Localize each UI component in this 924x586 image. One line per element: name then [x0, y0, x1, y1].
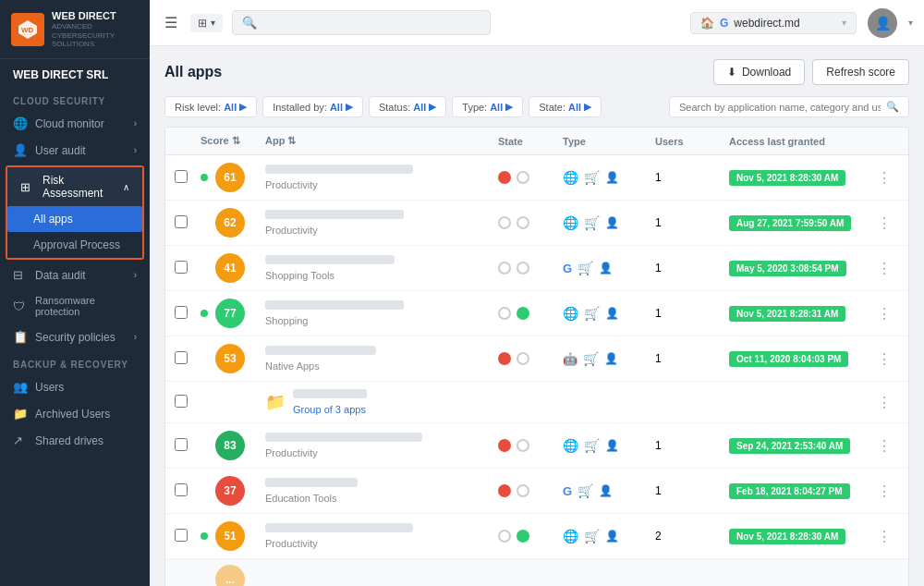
app-category: Native Apps	[265, 360, 498, 372]
row-checkbox[interactable]	[175, 306, 188, 319]
user-icon: 👤	[604, 352, 618, 365]
state-label: State:	[539, 102, 565, 113]
access-badge: Nov 5, 2021 8:28:30 AM	[729, 170, 845, 186]
sidebar-item-data-audit[interactable]: ⊟ Data audit ›	[0, 262, 150, 288]
more-options-icon[interactable]: ⋮	[877, 394, 899, 411]
cart-icon: 🛒	[584, 306, 600, 321]
shared-drives-icon: ↗	[13, 433, 28, 447]
view-toggle[interactable]: ⊞ ▾	[190, 14, 223, 32]
all-apps-label: All apps	[33, 213, 73, 226]
state-col	[498, 484, 563, 497]
sidebar-item-user-audit[interactable]: 👤 User audit ›	[0, 137, 150, 164]
hamburger-icon[interactable]: ☰	[161, 10, 181, 35]
globe-icon: 🌐	[563, 215, 578, 230]
apps-search-input[interactable]	[679, 102, 881, 113]
status-dot-red	[498, 352, 511, 365]
app-category: Productivity	[265, 538, 498, 549]
table-row: 62 Productivity 🌐 🛒 👤 1 Aug 27, 2021 7:5…	[165, 201, 908, 246]
type-value: All	[490, 102, 503, 113]
topbar-search[interactable]: 🔍	[232, 10, 491, 35]
state-col	[498, 171, 563, 184]
url-bar[interactable]: 🏠 G webdirect.md ▾	[690, 12, 857, 34]
status-filter[interactable]: Status: All ▶	[369, 96, 446, 117]
apps-search[interactable]: 🔍	[669, 96, 909, 117]
security-policies-label: Security policies	[35, 331, 116, 344]
score-col: 51	[201, 521, 265, 551]
page-body: All apps ⬇ Download Refresh score Risk l…	[150, 46, 924, 586]
download-button[interactable]: ⬇ Download	[713, 59, 805, 85]
cart-icon: 🛒	[584, 529, 600, 543]
score-col: 77	[201, 299, 265, 328]
row-checkbox[interactable]	[175, 351, 188, 364]
user-icon: 👤	[599, 484, 613, 497]
section-cloud-security: CLOUD SECURITY	[0, 87, 150, 110]
more-options-icon[interactable]: ⋮	[877, 169, 899, 187]
cart-icon: 🛒	[584, 438, 600, 453]
table-header: Score ⇅ App ⇅ State Type Users Access la…	[165, 128, 908, 155]
search-input[interactable]	[262, 17, 480, 30]
more-options-icon[interactable]: ⋮	[877, 437, 899, 455]
state-col	[498, 216, 563, 229]
row-checkbox[interactable]	[175, 215, 188, 228]
risk-level-filter[interactable]: Risk level: All ▶	[164, 96, 257, 117]
users-label: Users	[35, 381, 64, 394]
user-icon: 👤	[605, 530, 619, 543]
app-category: Productivity	[265, 225, 498, 236]
risk-assessment-icon: ⊞	[20, 180, 35, 194]
score-dot	[201, 174, 208, 181]
more-options-icon[interactable]: ⋮	[877, 482, 899, 500]
more-options-icon[interactable]: ⋮	[877, 528, 899, 545]
avatar[interactable]: 👤	[868, 8, 897, 38]
row-checkbox[interactable]	[175, 438, 188, 451]
state-value: All	[568, 102, 581, 113]
status-dot-grey	[517, 171, 529, 184]
main-content: ☰ ⊞ ▾ 🔍 🏠 G webdirect.md ▾ 👤 ▾ All apps	[150, 0, 924, 586]
more-options-icon[interactable]: ⋮	[877, 260, 899, 277]
header-access: Access last granted	[729, 136, 877, 147]
more-options-icon[interactable]: ⋮	[877, 350, 899, 368]
sidebar-item-users[interactable]: 👥 Users	[0, 373, 150, 400]
security-policies-icon: 📋	[13, 330, 28, 344]
score-badge: 61	[215, 163, 245, 192]
row-checkbox[interactable]	[175, 529, 188, 542]
sidebar-item-shared-drives[interactable]: ↗ Shared drives	[0, 427, 150, 454]
logo-sub: ADVANCED CYBERSECURITY SOLUTIONS	[52, 22, 139, 49]
page-title: All apps	[164, 64, 222, 80]
sidebar-item-approval-process[interactable]: Approval Process	[7, 232, 142, 258]
score-badge: 53	[215, 344, 245, 373]
ransomware-icon: 🛡	[13, 299, 28, 313]
more-options-icon[interactable]: ⋮	[877, 305, 899, 323]
cart-icon: 🛒	[583, 351, 599, 366]
state-col	[498, 262, 563, 275]
search-icon: 🔍	[242, 16, 257, 30]
group-link[interactable]: Group of 3 apps	[293, 404, 367, 415]
score-badge-partial: ...	[215, 565, 245, 586]
ransomware-label: Ransomware protection	[35, 295, 137, 317]
sidebar-item-risk-assessment[interactable]: ⊞ Risk Assessment ∧	[7, 167, 142, 206]
refresh-score-button[interactable]: Refresh score	[812, 59, 909, 85]
score-badge: 41	[215, 253, 245, 283]
type-filter[interactable]: Type: All ▶	[452, 96, 523, 117]
sidebar-item-security-policies[interactable]: 📋 Security policies ›	[0, 324, 150, 350]
row-checkbox[interactable]	[175, 170, 188, 183]
sidebar-item-archived-users[interactable]: 📁 Archived Users	[0, 400, 150, 427]
header-state: State	[498, 136, 563, 147]
type-col: 🌐 🛒 👤	[563, 306, 655, 321]
table-row: 37 Education Tools G 🛒 👤 1 Feb 18, 2021 …	[165, 469, 908, 514]
archived-users-label: Archived Users	[35, 408, 110, 421]
state-filter[interactable]: State: All ▶	[529, 96, 602, 117]
sidebar-item-ransomware-protection[interactable]: 🛡 Ransomware protection	[0, 288, 150, 324]
globe-icon: 🌐	[563, 438, 578, 453]
row-checkbox[interactable]	[175, 483, 188, 496]
row-checkbox[interactable]	[175, 261, 188, 274]
chevron-url-icon: ▾	[842, 18, 846, 28]
status-dot-grey	[498, 216, 511, 229]
users-count: 2	[655, 530, 729, 543]
installed-by-filter[interactable]: Installed by: All ▶	[262, 96, 363, 117]
access-badge: Nov 5, 2021 8:28:30 AM	[729, 529, 845, 544]
globe-icon: 🌐	[563, 170, 578, 185]
sidebar-item-all-apps[interactable]: All apps	[7, 206, 142, 232]
more-options-icon[interactable]: ⋮	[877, 214, 899, 232]
row-checkbox[interactable]	[175, 395, 188, 408]
sidebar-item-cloud-monitor[interactable]: 🌐 Cloud monitor ›	[0, 110, 150, 137]
